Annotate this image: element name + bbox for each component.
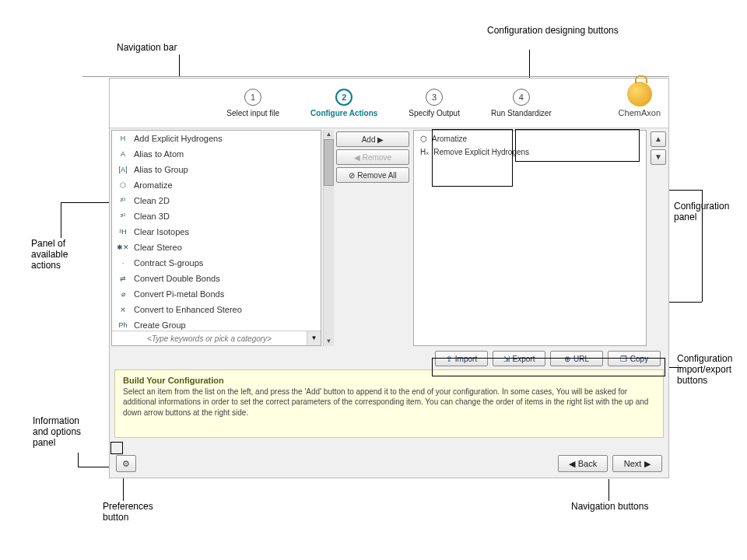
- step-number: 2: [335, 89, 352, 106]
- annotation-available-actions: Panel of available actions: [31, 238, 68, 271]
- action-icon: ⬡: [117, 181, 129, 189]
- copy-icon: ❐: [620, 355, 627, 363]
- action-icon: [A]: [117, 166, 129, 173]
- remove-all-label: Remove All: [357, 171, 397, 180]
- step-label: Configure Actions: [310, 109, 377, 117]
- remove-button[interactable]: ◀ Remove: [336, 149, 409, 165]
- main-area: HAdd Explicit HydrogensAAlias to Atom[A]…: [110, 128, 668, 348]
- cancel-icon: ⊘: [349, 171, 355, 180]
- step-number: 1: [244, 89, 261, 106]
- import-export-row: ⇪Import ⇲Export ⊕URL ❐Copy: [110, 348, 668, 369]
- remove-all-button[interactable]: ⊘ Remove All: [336, 167, 409, 183]
- search-input[interactable]: [112, 331, 307, 345]
- back-button[interactable]: ◀Back: [558, 455, 608, 472]
- config-item[interactable]: HₓRemove Explicit Hydrogens: [416, 145, 644, 159]
- step-number: 3: [426, 89, 443, 106]
- annotation-config-buttons: Configuration designing buttons: [487, 25, 619, 36]
- copy-button[interactable]: ❐Copy: [608, 351, 661, 366]
- config-item-label: Remove Explicit Hydrogens: [433, 148, 529, 156]
- url-icon: ⊕: [564, 355, 570, 363]
- action-icon: ⇌: [117, 275, 129, 282]
- action-label: Convert Double Bonds: [134, 274, 220, 283]
- info-body: Select an item from the list on the left…: [123, 387, 655, 418]
- export-icon: ⇲: [503, 355, 510, 363]
- action-icon: ·: [117, 259, 129, 267]
- export-label: Export: [513, 355, 535, 363]
- annotation-io-buttons: Configuration import/export buttons: [677, 353, 732, 386]
- annotation-nav-buttons: Navigation buttons: [571, 501, 648, 512]
- action-item[interactable]: HAdd Explicit Hydrogens: [112, 131, 321, 146]
- action-item[interactable]: ²ᴰClean 2D: [112, 193, 321, 208]
- search-dropdown[interactable]: ▼: [307, 331, 321, 345]
- next-label: Next: [624, 459, 642, 468]
- action-icon: ³ᴰ: [117, 212, 129, 220]
- next-arrow-icon: ▶: [644, 459, 651, 469]
- step-specify-output[interactable]: 3 Specify Output: [409, 89, 460, 117]
- action-icon: H: [117, 135, 129, 142]
- next-button[interactable]: Next▶: [612, 455, 662, 472]
- logo-text: ChemAxon: [619, 108, 661, 117]
- action-item[interactable]: ·Contract S-groups: [112, 255, 321, 271]
- url-label: URL: [573, 355, 589, 363]
- info-title: Build Your Configuration: [123, 375, 655, 387]
- reorder-arrows: ▲ ▼: [648, 128, 668, 348]
- add-button[interactable]: Add ▶: [336, 131, 409, 147]
- app-window: 1 Select input file 2 Configure Actions …: [109, 78, 669, 478]
- gear-icon: ⚙: [122, 459, 130, 468]
- action-list[interactable]: HAdd Explicit HydrogensAAlias to Atom[A]…: [112, 131, 321, 331]
- action-item[interactable]: ✱✕Clear Stereo: [112, 240, 321, 255]
- config-designing-buttons: Add ▶ ◀ Remove ⊘ Remove All: [334, 128, 412, 348]
- action-label: Clean 2D: [134, 196, 170, 205]
- action-icon: A: [117, 150, 129, 158]
- chemaxon-logo: ChemAxon: [619, 82, 661, 117]
- action-item[interactable]: ³ᴰClean 3D: [112, 208, 321, 224]
- scroll-up-icon[interactable]: ▲: [324, 130, 334, 139]
- available-actions-panel: HAdd Explicit HydrogensAAlias to Atom[A]…: [111, 130, 321, 346]
- actions-scrollbar[interactable]: ▲ ▼: [323, 130, 334, 346]
- navigation-buttons: ◀Back Next▶: [558, 455, 662, 472]
- action-label: Clear Isotopes: [134, 227, 189, 236]
- step-number: 4: [513, 89, 530, 106]
- preferences-button[interactable]: ⚙: [116, 455, 136, 472]
- step-configure-actions[interactable]: 2 Configure Actions: [310, 89, 377, 117]
- action-item[interactable]: AAlias to Atom: [112, 146, 321, 162]
- action-label: Contract S-groups: [134, 258, 203, 268]
- step-label: Select input file: [226, 109, 279, 117]
- action-item[interactable]: ⇌Convert Double Bonds: [112, 271, 321, 286]
- annotation-navigation-bar: Navigation bar: [117, 42, 177, 53]
- config-item[interactable]: ⬡Aromatize: [416, 132, 644, 145]
- move-down-button[interactable]: ▼: [651, 149, 666, 165]
- step-run-standardizer[interactable]: 4 Run Standardizer: [491, 89, 552, 117]
- action-item[interactable]: PhCreate Group: [112, 317, 321, 331]
- search-row: ▼: [112, 331, 321, 345]
- navigation-bar: 1 Select input file 2 Configure Actions …: [110, 79, 668, 128]
- import-button[interactable]: ⇪Import: [435, 351, 488, 366]
- config-item-icon: ⬡: [420, 135, 427, 143]
- action-item[interactable]: ⤨Convert to Enhanced Stereo: [112, 302, 321, 317]
- move-up-button[interactable]: ▲: [651, 131, 666, 147]
- action-label: Clear Stereo: [134, 243, 182, 252]
- action-item[interactable]: [A]Alias to Group: [112, 162, 321, 177]
- copy-label: Copy: [630, 355, 648, 363]
- import-icon: ⇪: [446, 355, 452, 363]
- step-select-input[interactable]: 1 Select input file: [226, 89, 279, 117]
- action-item[interactable]: ²HClear Isotopes: [112, 224, 321, 240]
- scroll-down-icon[interactable]: ▼: [324, 337, 334, 346]
- configuration-panel[interactable]: ⬡AromatizeHₓRemove Explicit Hydrogens: [413, 130, 647, 346]
- footer: ⚙ ◀Back Next▶: [110, 450, 668, 478]
- export-button[interactable]: ⇲Export: [493, 351, 545, 366]
- logo-icon: [627, 82, 652, 107]
- action-label: Alias to Group: [134, 165, 188, 174]
- action-label: Convert Pi-metal Bonds: [134, 289, 224, 299]
- action-label: Alias to Atom: [134, 149, 184, 159]
- back-arrow-icon: ◀: [569, 459, 575, 469]
- action-item[interactable]: ⌀Convert Pi-metal Bonds: [112, 286, 321, 302]
- info-panel: Build Your Configuration Select an item …: [114, 369, 664, 438]
- config-item-label: Aromatize: [432, 135, 467, 143]
- annotation-info-panel: Information and options panel: [33, 415, 81, 448]
- action-item[interactable]: ⬡Aromatize: [112, 177, 321, 193]
- action-label: Clean 3D: [134, 212, 170, 221]
- url-button[interactable]: ⊕URL: [550, 351, 603, 366]
- step-label: Specify Output: [409, 109, 460, 117]
- scroll-thumb[interactable]: [324, 139, 334, 186]
